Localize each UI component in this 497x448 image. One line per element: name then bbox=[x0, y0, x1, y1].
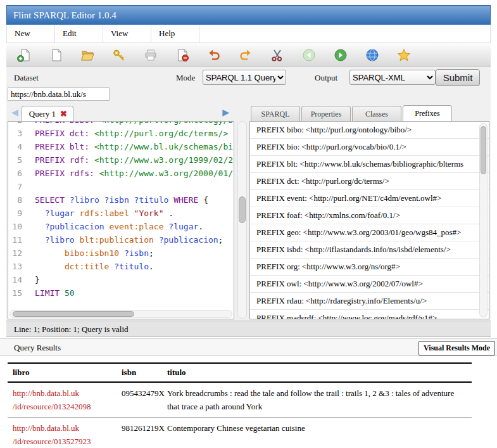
status-bar: Line: 1; Position: 1; Query is valid bbox=[6, 321, 491, 337]
code-token bbox=[89, 155, 94, 165]
prefix-vscroll-thumb[interactable] bbox=[481, 126, 486, 174]
tab-classes[interactable]: Classes bbox=[352, 106, 401, 122]
menu-item-edit[interactable]: Edit bbox=[55, 25, 103, 42]
code-token: "York" bbox=[134, 208, 164, 218]
status-text: Line: 1; Position: 1; Query is valid bbox=[14, 324, 129, 334]
code-token bbox=[129, 208, 134, 218]
close-query-icon[interactable]: ✖ bbox=[60, 109, 67, 119]
code-token bbox=[89, 129, 94, 138]
mode-select[interactable]: SPARQL 1.1 Query bbox=[203, 70, 286, 85]
column-header-libro: libro bbox=[8, 363, 116, 382]
code-editor[interactable]: 23456789101112131415 PREFIX bibo: <http:… bbox=[8, 121, 234, 319]
result-row: http://bnb.data.bl.uk/id/resource/013242… bbox=[8, 382, 472, 418]
line-number: 11 bbox=[8, 233, 22, 246]
menu-bar: NewEditViewHelp bbox=[6, 25, 491, 43]
result-cell-isbn: 095432479X bbox=[116, 382, 162, 418]
prefix-item[interactable]: PREFIX blt: <http://www.bl.uk/schemas/bi… bbox=[250, 156, 489, 173]
close-query-doc-icon[interactable] bbox=[175, 48, 190, 63]
prefix-item[interactable]: PREFIX bibo: <http://purl.org/ontology/b… bbox=[250, 122, 489, 139]
mode-label: Mode bbox=[176, 73, 195, 83]
submit-button[interactable]: Submit bbox=[436, 69, 480, 86]
code-line: bibo:isbn10 ?isbn; bbox=[35, 246, 234, 260]
forward-icon[interactable] bbox=[333, 48, 348, 63]
code-token bbox=[94, 169, 99, 178]
code-token: } bbox=[35, 275, 40, 285]
code-line: ?publicacion event:place ?lugar. bbox=[35, 220, 234, 233]
new-document-icon[interactable] bbox=[48, 48, 63, 63]
tab-properties[interactable]: Properties bbox=[301, 106, 351, 122]
code-token bbox=[119, 248, 124, 258]
code-token: rdfs:label bbox=[79, 208, 129, 218]
show-uris-globe-icon[interactable] bbox=[365, 48, 380, 63]
code-token: PREFIX dct: bbox=[35, 129, 89, 138]
prefix-item[interactable]: PREFIX bio: <http://purl.org/vocab/bio/0… bbox=[250, 139, 489, 156]
prefix-vscrollbar[interactable] bbox=[479, 123, 488, 317]
code-token: blt:publication bbox=[79, 235, 153, 245]
new-query-icon[interactable] bbox=[16, 48, 32, 63]
title-bar: Flint SPARQL Editor 1.0.4 bbox=[6, 5, 491, 25]
line-number: 12 bbox=[8, 246, 22, 260]
prefix-panel: PREFIX bibo: <http://purl.org/ontology/b… bbox=[249, 121, 489, 319]
open-icon[interactable] bbox=[80, 48, 95, 63]
query-tab[interactable]: Query 1 ✖ bbox=[22, 106, 73, 122]
key-icon[interactable] bbox=[111, 48, 127, 63]
tools-star-icon[interactable] bbox=[396, 48, 412, 63]
back-icon[interactable] bbox=[301, 48, 317, 63]
prefix-item[interactable]: PREFIX foaf: <http://xmlns.com/foaf/0.1/… bbox=[250, 207, 489, 224]
results-header-row: libro isbn titulo bbox=[8, 363, 472, 382]
editor-vscrollbar[interactable] bbox=[237, 121, 247, 319]
result-link[interactable]: http://bnb.data.bl.uk bbox=[13, 387, 111, 400]
prefix-item[interactable]: PREFIX owl: <http://www.w3.org/2002/07/o… bbox=[250, 276, 489, 293]
results-table: libro isbn titulo http://bnb.data.bl.uk/… bbox=[8, 362, 472, 448]
prefix-item[interactable]: PREFIX madsrdf: <http://www.loc.gov/mads… bbox=[250, 310, 489, 319]
next-query-icon[interactable]: ▶ bbox=[222, 108, 229, 117]
code-token: . bbox=[149, 262, 154, 271]
prefix-item[interactable]: PREFIX org: <http://www.w3.org/ns/org#> bbox=[250, 259, 489, 276]
code-token: WHERE bbox=[173, 195, 198, 205]
tab-sparql[interactable]: SPARQL bbox=[251, 106, 300, 122]
redo-icon[interactable] bbox=[238, 48, 253, 63]
column-header-titulo: titulo bbox=[162, 363, 472, 382]
code-token bbox=[99, 195, 104, 205]
menu-item-new[interactable]: New bbox=[7, 25, 55, 42]
line-number: 13 bbox=[8, 260, 22, 273]
code-token: . bbox=[164, 208, 174, 218]
editor-vscroll-thumb[interactable] bbox=[239, 196, 246, 223]
prefix-item[interactable]: PREFIX isbd: <http://iflastandards.info/… bbox=[250, 241, 489, 259]
code-line: ?lugar rdfs:label "York" . bbox=[35, 207, 234, 220]
app-title: Flint SPARQL Editor 1.0.4 bbox=[13, 10, 116, 20]
result-link[interactable]: /id/resource/013242098 bbox=[13, 400, 111, 413]
output-select[interactable]: SPARQL-XML bbox=[349, 70, 436, 85]
code-token: PREFIX bibo: bbox=[35, 121, 94, 125]
code-line bbox=[35, 180, 234, 193]
menu-item-help[interactable]: Help bbox=[151, 25, 199, 42]
toolbar bbox=[6, 43, 491, 67]
editor-hscroll-thumb[interactable] bbox=[13, 311, 134, 317]
visual-results-mode-button[interactable]: Visual Results Mode bbox=[418, 341, 495, 355]
result-cell-libro: http://bnb.data.bl.uk/id/resource/013242… bbox=[8, 382, 116, 418]
code-token: <http://www.w3.org/2000/01/ bbox=[99, 169, 233, 178]
undo-icon[interactable] bbox=[206, 48, 222, 63]
prefix-item[interactable]: PREFIX event: <http://purl.org/NET/c4dm/… bbox=[250, 190, 489, 207]
code-token bbox=[65, 195, 70, 205]
query-controls: Dataset Mode SPARQL 1.1 Query Output SPA… bbox=[6, 67, 491, 87]
prev-query-icon[interactable]: ◀ bbox=[11, 108, 18, 117]
line-number: 7 bbox=[8, 180, 22, 193]
code-token bbox=[129, 195, 134, 205]
prefix-item[interactable]: PREFIX dct: <http://purl.org/dc/terms/> bbox=[250, 173, 489, 190]
menu-item-view[interactable]: View bbox=[103, 25, 151, 42]
prefix-item[interactable]: PREFIX geo: <http://www.w3.org/2003/01/g… bbox=[250, 224, 489, 241]
cut-icon[interactable] bbox=[270, 48, 285, 63]
code-line: ?libro blt:publication ?publicacion; bbox=[35, 233, 234, 246]
editor-hscrollbar[interactable] bbox=[9, 310, 232, 318]
result-link[interactable]: /id/resource/013527923 bbox=[13, 435, 111, 448]
tab-prefixes[interactable]: Prefixes bbox=[403, 105, 452, 122]
result-link[interactable]: http://bnb.data.bl.uk bbox=[13, 421, 111, 435]
code-token bbox=[35, 222, 45, 231]
code-token: ?titulo bbox=[114, 262, 149, 271]
prefix-item[interactable]: PREFIX rdau: <http://rdaregistry.info/El… bbox=[250, 293, 489, 310]
dataset-input[interactable] bbox=[8, 87, 110, 101]
code-token: LIMIT bbox=[35, 288, 60, 298]
print-icon[interactable] bbox=[143, 48, 158, 63]
query-tab-bar: ◀ Query 1 ✖ ▶ bbox=[8, 103, 234, 121]
